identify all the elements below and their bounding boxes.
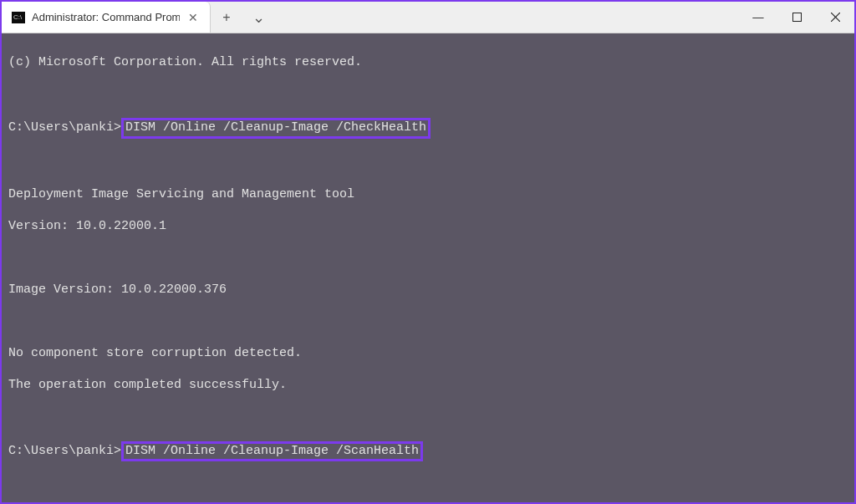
maximize-icon [792,13,802,22]
cmd-scanhealth-highlight: DISM /Online /Cleanup-Image /ScanHealth [121,441,423,462]
blank-line [8,155,848,171]
no-corrupt-line: No component store corruption detected. [8,345,848,361]
blank-line [8,250,848,266]
cmd-checkhealth-highlight: DISM /Online /Cleanup-Image /CheckHealth [121,118,431,139]
tab-cmd[interactable]: C:\ Administrator: Command Promp ✕ [2,2,211,33]
blank-line [8,410,848,425]
success-line: The operation completed successfully. [8,377,848,393]
titlebar-spacer[interactable] [274,2,739,33]
window-controls: — [739,2,854,33]
prompt-prefix: C:\Users\panki> [8,444,121,458]
prompt-line-2: C:\Users\panki>DISM /Online /Cleanup-Ima… [8,441,848,462]
blank-line [8,313,848,329]
tool-line: Deployment Image Servicing and Managemen… [8,186,848,202]
new-tab-button[interactable]: + [211,2,242,33]
tab-close-button[interactable]: ✕ [186,11,200,24]
version-line: Version: 10.0.22000.1 [8,218,848,234]
maximize-button[interactable] [777,2,816,33]
close-window-button[interactable] [816,2,854,33]
dropdown-button[interactable]: ⌄ [242,2,274,33]
prompt-prefix: C:\Users\panki> [8,120,121,135]
cmd-icon: C:\ [12,12,25,23]
prompt-line-1: C:\Users\panki>DISM /Online /Cleanup-Ima… [8,118,848,139]
svg-rect-0 [792,13,801,22]
image-version-line: Image Version: 10.0.22000.376 [8,282,848,298]
tab-title: Administrator: Command Promp [32,11,180,23]
blank-line [8,477,848,493]
minimize-button[interactable]: — [739,2,777,33]
titlebar: C:\ Administrator: Command Promp ✕ + ⌄ — [2,2,854,33]
copyright-line: (c) Microsoft Corporation. All rights re… [8,54,848,70]
blank-line [8,86,848,102]
close-icon [831,13,840,22]
terminal-body[interactable]: (c) Microsoft Corporation. All rights re… [2,33,854,502]
